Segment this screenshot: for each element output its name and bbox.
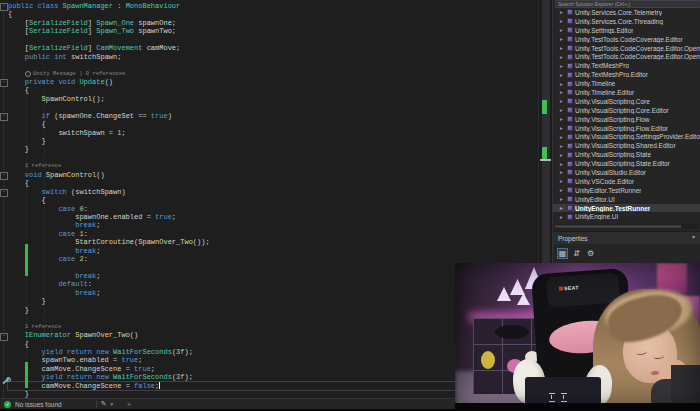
hscrollbar-thumb[interactable]: [555, 225, 681, 228]
expand-arrow-icon[interactable]: ▸: [560, 45, 565, 51]
solution-tree-item[interactable]: ▸Unity.Timeline: [553, 79, 700, 88]
code-line[interactable]: case 1:: [8, 230, 536, 238]
solution-tree-item[interactable]: ▸Unity.VisualScripting.Flow.Editor: [553, 124, 700, 133]
code-line[interactable]: [SerializeField] Spawn_Two spawnTwo;: [8, 27, 536, 35]
expand-arrow-icon[interactable]: ▸: [560, 63, 565, 69]
expand-arrow-icon[interactable]: ▸: [560, 161, 565, 167]
properties-header[interactable]: Properties: [553, 231, 700, 244]
solution-tree-item[interactable]: ▸Unity.TestTools.CodeCoverage.Editor.Ope…: [553, 52, 700, 61]
explorer-hscrollbar[interactable]: [555, 224, 699, 229]
solution-tree-item[interactable]: ▸Unity.Settings.Editor: [553, 26, 700, 35]
code-line[interactable]: {: [8, 120, 536, 128]
solution-tree-item[interactable]: ▸UnityEditor.UI: [553, 195, 700, 204]
code-line[interactable]: {: [8, 10, 536, 18]
edit-filter-icon[interactable]: ✎: [101, 399, 107, 409]
code-line[interactable]: {: [8, 179, 536, 187]
expand-arrow-icon[interactable]: ▸: [560, 27, 565, 33]
solution-search-input[interactable]: Search Solution Explorer (Ctrl+;): [555, 0, 700, 8]
csharp-project-icon: [567, 116, 573, 122]
code-line[interactable]: SpawnControl();: [8, 95, 536, 103]
code-line[interactable]: break;: [8, 247, 536, 255]
expand-arrow-icon[interactable]: ▸: [560, 152, 565, 158]
code-line[interactable]: }: [8, 137, 536, 145]
solution-tree-item[interactable]: ▸UnityEngine.UI: [553, 212, 700, 221]
quick-actions-icon[interactable]: [1, 376, 10, 385]
expand-arrow-icon[interactable]: ▸: [560, 134, 565, 140]
solution-tree-item[interactable]: ▸Unity.VisualScripting.State.Editor: [553, 159, 700, 168]
fold-marker[interactable]: −: [0, 3, 8, 11]
solution-tree-item[interactable]: ▸Unity.Services.Core.Threading: [553, 17, 700, 26]
property-settings-icon[interactable]: ⚙: [585, 248, 596, 259]
solution-tree-item[interactable]: ▸Unity.VSCode.Editor: [553, 177, 700, 186]
code-line[interactable]: [8, 61, 536, 69]
code-line[interactable]: if (spawnOne.ChangeSet == true): [8, 112, 536, 120]
solution-tree-item[interactable]: ▸Unity.VisualScripting.State: [553, 150, 700, 159]
fold-marker[interactable]: −: [0, 333, 8, 341]
expand-arrow-icon[interactable]: ▸: [560, 196, 565, 202]
solution-tree-item[interactable]: ▸Unity.TestTools.CodeCoverage.Editor: [553, 35, 700, 44]
project-name: UnityEngine.TestRunner: [575, 205, 650, 212]
fold-marker[interactable]: −: [0, 172, 8, 180]
expand-arrow-icon[interactable]: ▸: [560, 72, 565, 78]
divider: [96, 401, 97, 408]
fold-marker[interactable]: −: [0, 189, 8, 197]
code-line[interactable]: [8, 154, 536, 162]
sort-alphabetical-icon[interactable]: ⇵: [571, 248, 582, 259]
solution-tree-item[interactable]: ▸UnityEngine.TestRunner: [553, 204, 700, 213]
solution-tree-item[interactable]: ▸UnityEditor.TestRunner: [553, 186, 700, 195]
categorized-icon[interactable]: ▦: [557, 248, 568, 259]
code-line[interactable]: switchSpawn = 1;: [8, 129, 536, 137]
text-cursor: [159, 382, 160, 389]
project-name: Unity.Settings.Editor: [575, 27, 633, 34]
expand-arrow-icon[interactable]: ▸: [560, 9, 565, 15]
expand-arrow-icon[interactable]: ▸: [560, 169, 565, 175]
code-line[interactable]: case 0:: [8, 205, 536, 213]
expand-arrow-icon[interactable]: ▸: [560, 116, 565, 122]
expand-arrow-icon[interactable]: ▸: [560, 81, 565, 87]
expand-arrow-icon[interactable]: ▸: [560, 107, 565, 113]
code-line[interactable]: private void Update(): [8, 78, 536, 86]
solution-tree-item[interactable]: ▸Unity.TestTools.CodeCoverage.Editor.Ope…: [553, 44, 700, 53]
expand-arrow-icon[interactable]: ▸: [560, 205, 565, 211]
expand-arrow-icon[interactable]: ▸: [560, 89, 565, 95]
code-line[interactable]: break;: [8, 221, 536, 229]
code-line[interactable]: public int switchSpawn;: [8, 53, 536, 61]
code-line[interactable]: {: [8, 86, 536, 94]
chevron-down-icon[interactable]: ▾: [111, 401, 114, 407]
code-line[interactable]: [8, 36, 536, 44]
solution-tree-item[interactable]: ▸Unity.TextMeshPro.Editor: [553, 70, 700, 79]
code-line[interactable]: [8, 103, 536, 111]
expand-arrow-icon[interactable]: ▸: [560, 36, 565, 42]
solution-tree-item[interactable]: ▸Unity.VisualStudio.Editor: [553, 168, 700, 177]
expand-arrow-icon[interactable]: ▸: [560, 187, 565, 193]
code-line[interactable]: [SerializeField] CamMovement camMove;: [8, 44, 536, 52]
code-line[interactable]: void SpawnControl(): [8, 171, 536, 179]
solution-tree-item[interactable]: ▸Unity.VisualScripting.SettingsProvider.…: [553, 132, 700, 141]
chevron-down-icon[interactable]: ▾: [692, 231, 695, 244]
add-icon[interactable]: +: [127, 401, 131, 408]
code-line[interactable]: switch (switchSpawn): [8, 188, 536, 196]
solution-tree-item[interactable]: ▸Unity.VisualScripting.Core.Editor: [553, 106, 700, 115]
solution-tree-item[interactable]: ▸Unity.VisualScripting.Core: [553, 97, 700, 106]
expand-arrow-icon[interactable]: ▸: [560, 214, 565, 220]
code-line[interactable]: [SerializeField] Spawn_One spawnOne;: [8, 19, 536, 27]
solution-tree-item[interactable]: ▸Unity.VisualScripting.Shared.Editor: [553, 141, 700, 150]
csharp-project-icon: [567, 36, 573, 42]
solution-tree-item[interactable]: ▸Unity.Timeline.Editor: [553, 88, 700, 97]
fold-marker[interactable]: −: [0, 113, 8, 121]
code-line[interactable]: public class SpawnManager : MonoBehaviou…: [8, 2, 536, 10]
expand-arrow-icon[interactable]: ▸: [560, 98, 565, 104]
code-line[interactable]: StartCoroutine(SpawnOver_Two());: [8, 238, 536, 246]
expand-arrow-icon[interactable]: ▸: [560, 143, 565, 149]
expand-arrow-icon[interactable]: ▸: [560, 125, 565, 131]
solution-tree-item[interactable]: ▸Unity.Services.Core.Telemetry: [553, 8, 700, 17]
solution-tree-item[interactable]: ▸Unity.VisualScripting.Flow: [553, 115, 700, 124]
expand-arrow-icon[interactable]: ▸: [560, 178, 565, 184]
code-line[interactable]: {: [8, 196, 536, 204]
solution-tree-item[interactable]: ▸Unity.TextMeshPro: [553, 61, 700, 70]
code-line[interactable]: spawnOne.enabled = true;: [8, 213, 536, 221]
expand-arrow-icon[interactable]: ▸: [560, 54, 565, 60]
expand-arrow-icon[interactable]: ▸: [560, 18, 565, 24]
code-line[interactable]: }: [8, 145, 536, 153]
fold-marker[interactable]: −: [0, 79, 8, 87]
